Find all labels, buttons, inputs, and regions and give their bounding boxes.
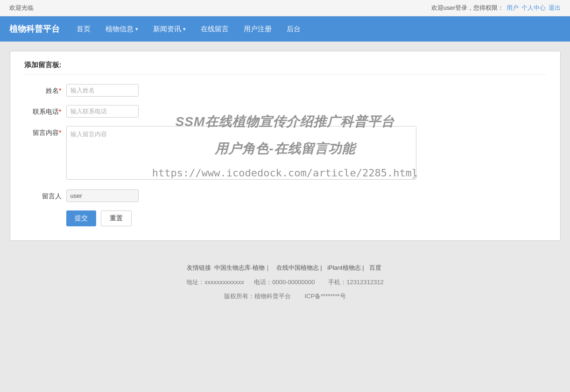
nav-item-message[interactable]: 在线留言 (193, 18, 236, 41)
main-form-wrapper: 添加留言板: 姓名* 联系电话* 留言内容* (10, 51, 561, 241)
top-bar-right: 欢迎user登录，您得权限： 用户 个人中心 退出 (431, 4, 561, 12)
form-row-content: 留言内容* (24, 126, 546, 181)
nav-item-home[interactable]: 首页 (69, 18, 98, 41)
footer-link-3[interactable]: iPlant植物志 | (327, 264, 364, 271)
footer-phone: 电话：0000-00000000 (254, 279, 315, 286)
main-wrapper-container: SSM在线植物宣传介绍推广科普平台 用户角色-在线留言功能 https://ww… (10, 51, 561, 241)
nav-link-backend[interactable]: 后台 (279, 18, 308, 41)
form-section-title: 添加留言板: (24, 61, 546, 75)
user-info-text: 欢迎user登录，您得权限： (431, 4, 504, 12)
form-row-phone: 联系电话* (24, 105, 546, 118)
news-dropdown-arrow: ▾ (183, 26, 186, 32)
personal-center-link[interactable]: 个人中心 (521, 4, 546, 12)
footer-link-4[interactable]: 百度 (369, 264, 381, 271)
top-bar: 欢迎光临 欢迎user登录，您得权限： 用户 个人中心 退出 (0, 0, 570, 16)
content-required-marker: * (59, 129, 61, 136)
nav-item-news[interactable]: 新闻资讯 ▾ (146, 18, 193, 41)
role-user-link[interactable]: 用户 (507, 4, 519, 12)
content-label: 留言内容* (24, 126, 66, 137)
nav-link-news[interactable]: 新闻资讯 ▾ (146, 18, 193, 41)
name-label: 姓名* (24, 84, 66, 95)
name-input[interactable] (66, 84, 139, 97)
footer-link-1[interactable]: 中国生物志库·植物｜ (214, 264, 271, 271)
phone-input[interactable] (66, 105, 139, 118)
footer-copyright: 版权所有：植物科普平台 ICP备********号 (9, 290, 561, 302)
submit-button[interactable]: 提交 (66, 210, 96, 226)
name-required-marker: * (59, 87, 61, 94)
nav-item-backend[interactable]: 后台 (279, 18, 308, 41)
phone-input-wrapper (66, 105, 216, 118)
phone-required-marker: * (59, 108, 61, 115)
button-row: 提交 重置 (66, 210, 546, 226)
footer-mobile: 手机：12312312312 (328, 279, 384, 286)
form-row-name: 姓名* (24, 84, 546, 97)
content-input-wrapper (66, 126, 216, 181)
plants-dropdown-arrow: ▾ (135, 26, 138, 32)
footer-links: 友情链接 中国生物志库·植物｜ 在线中国植物志 | iPlant植物志 | 百度 (9, 262, 561, 274)
welcome-text: 欢迎光临 (9, 4, 34, 12)
nav-link-message[interactable]: 在线留言 (193, 18, 236, 41)
footer: 友情链接 中国生物志库·植物｜ 在线中国植物志 | iPlant植物志 | 百度… (0, 250, 570, 312)
form-row-author: 留言人 user (24, 189, 546, 202)
nav-items: 首页 植物信息 ▾ 新闻资讯 ▾ 在线留言 用户注册 (69, 18, 308, 41)
footer-link-2[interactable]: 在线中国植物志 | (276, 264, 322, 271)
phone-label: 联系电话* (24, 105, 66, 116)
nav-link-plants[interactable]: 植物信息 ▾ (98, 18, 146, 41)
nav-item-plants[interactable]: 植物信息 ▾ (98, 18, 146, 41)
nav-link-home[interactable]: 首页 (69, 18, 98, 41)
logout-link[interactable]: 退出 (549, 4, 561, 12)
footer-info: 地址：xxxxxxxxxxxxx 电话：0000-00000000 手机：123… (9, 276, 561, 288)
author-readonly-field: user (66, 189, 139, 202)
nav-link-register[interactable]: 用户注册 (236, 18, 279, 41)
author-label: 留言人 (24, 189, 66, 201)
footer-links-label: 友情链接 (187, 264, 211, 271)
footer-address: 地址：xxxxxxxxxxxxx (186, 279, 244, 286)
nav-item-register[interactable]: 用户注册 (236, 18, 279, 41)
name-input-wrapper (66, 84, 216, 97)
nav-brand[interactable]: 植物科普平台 (5, 16, 69, 42)
main-nav: 植物科普平台 首页 植物信息 ▾ 新闻资讯 ▾ 在线留言 用户注册 (0, 16, 570, 42)
content-textarea[interactable] (66, 126, 416, 180)
author-input-wrapper: user (66, 189, 216, 202)
reset-button[interactable]: 重置 (101, 210, 132, 226)
